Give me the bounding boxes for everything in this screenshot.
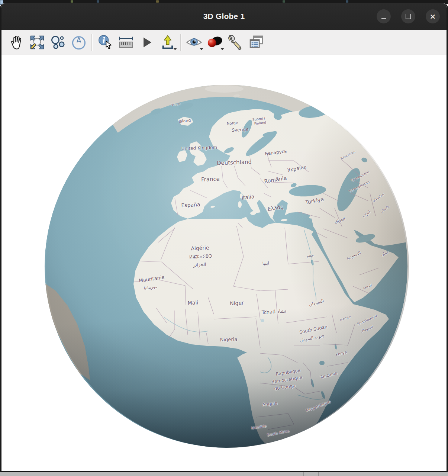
export-button[interactable] bbox=[157, 32, 178, 52]
globe-3d bbox=[1, 55, 447, 471]
globe-viewport[interactable]: FøroyarÍslandNorgeSverigeSuomi /FinlandU… bbox=[1, 55, 447, 471]
zoom-full-button[interactable] bbox=[27, 32, 48, 52]
play-icon bbox=[139, 35, 154, 50]
panel-button[interactable] bbox=[246, 32, 267, 52]
layers-panel-icon bbox=[248, 34, 265, 51]
measure-button[interactable] bbox=[116, 32, 136, 52]
polar-cap bbox=[205, 85, 244, 93]
play-animation-button[interactable] bbox=[136, 32, 157, 52]
configure-button[interactable] bbox=[225, 32, 246, 52]
minimize-button[interactable] bbox=[377, 9, 391, 23]
zoom-full-extent-icon bbox=[29, 35, 45, 50]
dropdown-caret bbox=[220, 48, 224, 50]
toolbar-separator bbox=[180, 34, 181, 51]
compass-view-button[interactable] bbox=[68, 32, 89, 52]
compass-icon bbox=[71, 34, 87, 51]
window-title: 3D Globe 1 bbox=[203, 12, 245, 21]
toolbar bbox=[1, 30, 447, 55]
ruler-icon bbox=[117, 35, 135, 50]
wrench-icon bbox=[227, 34, 244, 51]
madagascar bbox=[352, 397, 372, 414]
dropdown-caret bbox=[200, 48, 203, 50]
dropdown-caret bbox=[173, 48, 177, 50]
effects-button[interactable] bbox=[204, 32, 225, 52]
pan-camera-button[interactable] bbox=[6, 32, 27, 52]
titlebar[interactable]: 3D Globe 1 × bbox=[1, 3, 447, 30]
desktop-strip-bottom bbox=[0, 472, 448, 476]
close-icon: × bbox=[430, 13, 436, 20]
toolbar-separator bbox=[91, 34, 93, 51]
hand-icon bbox=[9, 34, 24, 51]
camera-view-button[interactable] bbox=[184, 32, 204, 52]
minimize-icon bbox=[381, 18, 386, 19]
close-button[interactable]: × bbox=[426, 9, 440, 23]
zoom-circles-button[interactable] bbox=[48, 32, 68, 52]
identify-button[interactable] bbox=[95, 32, 116, 52]
maximize-icon bbox=[406, 14, 411, 19]
maximize-button[interactable] bbox=[401, 9, 415, 23]
circles-icon bbox=[50, 35, 66, 50]
globe-window: 3D Globe 1 × bbox=[0, 3, 448, 472]
identify-info-cursor-icon bbox=[97, 34, 113, 51]
